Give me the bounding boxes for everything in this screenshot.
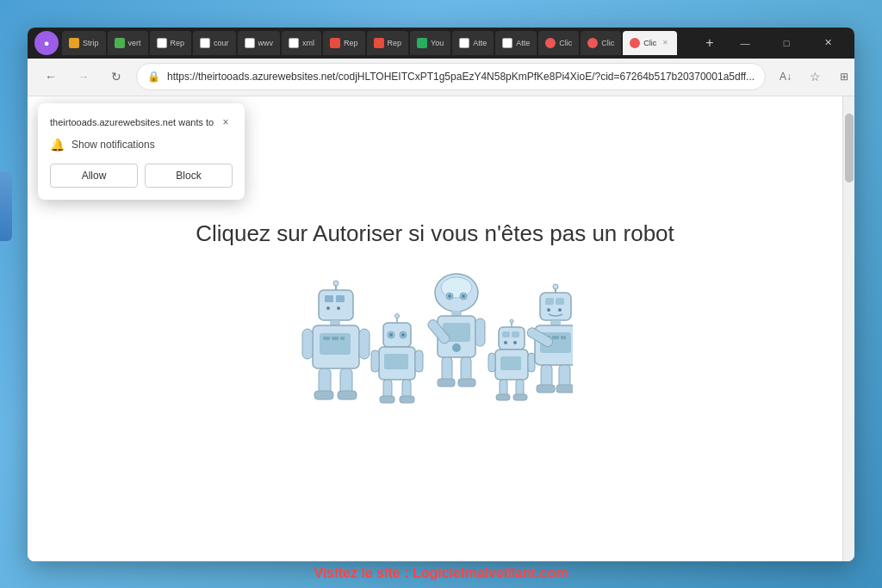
nav-actions: A↓ ☆ ⊞ …: [773, 64, 854, 90]
tab-strip[interactable]: Strip: [62, 31, 106, 55]
svg-point-68: [547, 308, 550, 312]
tab-clic1[interactable]: Clic: [538, 31, 579, 55]
svg-rect-29: [415, 350, 423, 372]
tab-close-icon[interactable]: ✕: [660, 38, 670, 48]
allow-button[interactable]: Allow: [50, 164, 138, 188]
popup-title: theirtooads.azurewebsites.net wants to: [50, 117, 219, 127]
notification-text: Show notifications: [71, 139, 155, 151]
tab-xml[interactable]: xml: [282, 31, 321, 55]
minimize-button[interactable]: —: [725, 31, 765, 55]
svg-rect-66: [545, 298, 554, 305]
tab-rep2[interactable]: Rep: [323, 31, 365, 55]
svg-point-56: [510, 319, 513, 323]
robots-illustration: [297, 273, 573, 436]
notification-popup: theirtooads.azurewebsites.net wants to ×…: [38, 103, 245, 200]
svg-point-35: [441, 277, 472, 298]
back-button[interactable]: ←: [38, 64, 64, 90]
maximize-button[interactable]: □: [767, 31, 806, 55]
watermark: Visitez le site : Logicielmalveillant.co…: [0, 566, 882, 581]
tab-rep1[interactable]: Rep: [150, 31, 192, 55]
page-heading: Cliquez sur Autoriser si vous n'êtes pas…: [196, 220, 674, 247]
svg-rect-80: [541, 365, 552, 387]
tab-you[interactable]: You: [410, 31, 450, 55]
svg-rect-18: [338, 391, 357, 399]
svg-rect-27: [384, 354, 408, 369]
svg-rect-72: [550, 320, 561, 325]
lock-icon: 🔒: [147, 71, 160, 83]
nav-bar: ← → ↻ 🔒 https://theirtooads.azurewebsite…: [28, 59, 854, 96]
svg-point-3: [326, 306, 330, 310]
svg-rect-17: [314, 391, 333, 399]
svg-rect-51: [502, 331, 510, 337]
svg-rect-60: [528, 353, 535, 372]
content-wrapper: theirtooads.azurewebsites.net wants to ×…: [28, 96, 854, 561]
svg-point-43: [452, 344, 461, 352]
svg-rect-77: [561, 336, 566, 339]
popup-close-button[interactable]: ×: [219, 115, 233, 129]
svg-rect-1: [325, 295, 333, 302]
bell-icon: 🔔: [50, 138, 65, 152]
favorites-button[interactable]: ☆: [802, 64, 828, 90]
svg-rect-50: [499, 327, 525, 350]
svg-rect-10: [323, 337, 330, 340]
read-aloud-button[interactable]: A↓: [773, 64, 798, 90]
svg-point-71: [553, 284, 558, 289]
svg-rect-49: [458, 379, 475, 387]
scrollbar[interactable]: [842, 96, 854, 561]
svg-point-53: [504, 341, 507, 344]
popup-notification-row: 🔔 Show notifications: [50, 138, 233, 152]
svg-rect-64: [513, 394, 527, 400]
address-bar[interactable]: 🔒 https://theirtooads.azurewebsites.net/…: [136, 63, 766, 90]
popup-buttons: Allow Block: [50, 164, 233, 188]
svg-rect-81: [559, 365, 570, 387]
block-button[interactable]: Block: [145, 164, 233, 188]
tab-cour[interactable]: cour: [193, 31, 236, 55]
tab-rep3[interactable]: Rep: [367, 31, 409, 55]
url-text: https://theirtooads.azurewebsites.net/co…: [167, 71, 755, 83]
svg-rect-58: [500, 356, 521, 370]
tab-wwv[interactable]: wwv: [238, 31, 281, 55]
svg-point-23: [401, 333, 405, 337]
window-controls: — □ ✕: [725, 31, 848, 55]
back-icon: ←: [45, 70, 57, 84]
svg-rect-13: [302, 329, 313, 359]
tab-clic-active[interactable]: Clic ✕: [623, 31, 677, 55]
tab-vert[interactable]: vert: [108, 31, 148, 55]
svg-rect-9: [320, 333, 351, 355]
svg-rect-52: [512, 331, 519, 337]
svg-rect-12: [340, 337, 345, 340]
svg-rect-83: [556, 385, 573, 393]
svg-point-6: [333, 281, 339, 286]
svg-point-4: [337, 306, 340, 310]
forward-icon: →: [78, 70, 90, 84]
svg-point-38: [448, 294, 451, 298]
svg-rect-40: [451, 311, 462, 316]
collections-icon: ⊞: [840, 71, 848, 83]
collections-button[interactable]: ⊞: [831, 64, 854, 90]
popup-header: theirtooads.azurewebsites.net wants to ×: [50, 115, 233, 129]
refresh-icon: ↻: [111, 70, 121, 84]
tab-clic2[interactable]: Clic: [581, 31, 621, 55]
svg-rect-32: [380, 396, 394, 403]
svg-point-39: [462, 294, 465, 298]
new-tab-button[interactable]: +: [698, 31, 722, 55]
refresh-button[interactable]: ↻: [103, 64, 129, 90]
svg-rect-67: [556, 298, 564, 305]
forward-button[interactable]: →: [71, 64, 96, 90]
edge-sidebar: [0, 172, 12, 241]
svg-rect-45: [475, 319, 485, 346]
svg-rect-14: [359, 329, 370, 359]
svg-rect-0: [319, 290, 353, 320]
svg-rect-46: [442, 357, 452, 381]
svg-rect-7: [330, 320, 340, 325]
svg-rect-82: [537, 385, 555, 393]
tab-atte1[interactable]: Atte: [452, 31, 494, 55]
scrollbar-thumb[interactable]: [845, 114, 854, 183]
svg-point-69: [558, 308, 562, 312]
svg-rect-63: [496, 394, 510, 400]
close-button[interactable]: ✕: [808, 31, 848, 55]
svg-point-54: [513, 341, 517, 344]
tab-atte2[interactable]: Atte: [495, 31, 537, 55]
svg-rect-28: [371, 350, 379, 372]
profile-button[interactable]: ●: [34, 31, 59, 55]
